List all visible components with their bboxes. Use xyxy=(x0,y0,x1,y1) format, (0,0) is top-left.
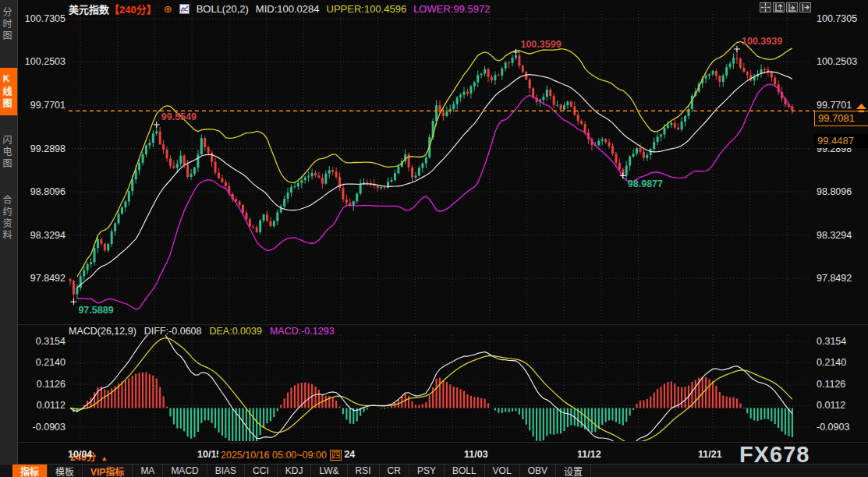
svg-text:99.5549: 99.5549 xyxy=(161,111,197,122)
add-indicator-icon[interactable]: ⊕ xyxy=(164,4,172,14)
toolbar-button-macd[interactable]: MACD xyxy=(163,465,207,477)
macd-scale-label-right: -0.0903 xyxy=(817,422,849,433)
y-axis-label-right: 98.3294 xyxy=(817,230,852,241)
symbol-name: 美元指数 xyxy=(69,2,109,16)
toolbar-button-psy[interactable]: PSY xyxy=(409,465,445,477)
macd-scale-label: 0.2140 xyxy=(19,357,66,368)
secondary-price-box: 99.4487 xyxy=(814,134,868,148)
toolbar-button-cr[interactable]: CR xyxy=(380,465,409,477)
y-axis-label-right: 98.8096 xyxy=(817,186,852,197)
price-alert-arrow-icon[interactable] xyxy=(856,102,866,116)
toolbar-button-bias[interactable]: BIAS xyxy=(207,465,245,477)
svg-text:100.3599: 100.3599 xyxy=(520,39,561,50)
chart-canvas[interactable]: 99.5549100.3599100.393998.987797.5889 xyxy=(0,0,868,477)
fit-vertical-axis-icon[interactable] xyxy=(773,2,785,12)
x-axis-label: 11/21 xyxy=(698,449,722,460)
x-axis-label: 10/04 xyxy=(68,449,92,460)
macd-dea-value: DEA:0.0039 xyxy=(209,326,261,337)
macd-scale-label: 0.0112 xyxy=(19,400,66,411)
y-axis-label: 100.7305 xyxy=(19,13,66,24)
macd-bar-value: MACD:-0.1293 xyxy=(270,326,335,337)
toolbar-button-obv[interactable]: OBV xyxy=(520,465,556,477)
move-crosshair-icon[interactable] xyxy=(760,2,771,12)
y-axis-label: 98.3294 xyxy=(19,230,66,241)
macd-scale-label: 0.1126 xyxy=(19,379,66,390)
svg-text:97.5889: 97.5889 xyxy=(78,305,113,316)
y-axis-label-right: 100.2503 xyxy=(817,56,857,67)
chart-thumbnail-icon[interactable] xyxy=(179,4,190,14)
svg-text:100.3939: 100.3939 xyxy=(742,36,782,47)
toolbar-button-settings[interactable]: 设置 xyxy=(556,465,591,477)
period-tag: 【240分】 xyxy=(109,2,157,16)
toolbar-button-kdj[interactable]: KDJ xyxy=(278,465,312,477)
macd-scale-label-right: 0.2140 xyxy=(817,357,846,368)
toolbar-button-indicator[interactable]: 指标 xyxy=(12,465,48,477)
fit-horizontal-axis-icon[interactable] xyxy=(786,2,798,12)
chart-tool-buttons xyxy=(760,2,811,12)
y-axis-label: 98.8096 xyxy=(19,186,66,197)
boll-indicator-label: BOLL(20,2) xyxy=(197,3,249,15)
boll-mid-value: MID:100.0284 xyxy=(256,3,320,15)
x-axis-label: 11/03 xyxy=(464,449,488,460)
toolbar-button-cci[interactable]: CCI xyxy=(245,465,278,477)
toolbar-button-vol[interactable]: VOL xyxy=(485,465,520,477)
sidebar-tab-contract-info[interactable]: 合约资料 xyxy=(0,189,17,247)
toolbar-button-vip-indicator[interactable]: VIP指标 xyxy=(83,465,133,477)
y-axis-label: 97.8492 xyxy=(19,273,66,284)
y-axis-label: 99.2898 xyxy=(19,143,66,154)
indicator-toolbar: 指标 模板 VIP指标 MA MACD BIAS CCI KDJ LW& RSI… xyxy=(0,464,868,477)
scroll-to-latest-icon[interactable] xyxy=(799,2,811,12)
left-sidebar: 分时图 K线图 闪电图 合约资料 xyxy=(0,0,18,477)
time-axis: 240分▲ 10/04 10/15 10/24 11/03 11/12 11/2… xyxy=(0,443,868,463)
macd-scale-label-right: 0.0112 xyxy=(817,400,845,411)
toolbar-button-template[interactable]: 模板 xyxy=(48,465,83,477)
crosshair-date-tooltip: 2025/10/16 05:00~09:00四 xyxy=(218,448,344,461)
sidebar-tab-time-chart[interactable]: 分时图 xyxy=(0,2,17,48)
boll-upper-value: UPPER:100.4596 xyxy=(327,3,407,15)
y-axis-label-right: 99.7701 xyxy=(817,100,852,111)
macd-header: MACD(26,12,9) DIFF:-0.0608 DEA:0.0039 MA… xyxy=(69,326,335,337)
macd-scale-label: -0.0903 xyxy=(19,422,66,433)
toolbar-button-rsi[interactable]: RSI xyxy=(348,465,380,477)
svg-text:98.9877: 98.9877 xyxy=(628,178,663,189)
sidebar-tab-lightning-chart[interactable]: 闪电图 xyxy=(0,129,17,175)
macd-scale-label-right: 0.1126 xyxy=(817,379,845,390)
macd-scale-label-right: 0.3154 xyxy=(817,336,846,347)
y-axis-label: 99.7701 xyxy=(19,100,66,111)
chevron-up-icon: ▲ xyxy=(101,454,108,462)
toolbar-button-ma[interactable]: MA xyxy=(133,465,163,477)
y-axis-label-right: 100.7305 xyxy=(817,13,857,24)
x-axis-label: 11/12 xyxy=(577,449,601,460)
y-axis-label: 100.2503 xyxy=(19,56,66,67)
macd-indicator-label: MACD(26,12,9) xyxy=(69,326,136,337)
weekday-badge: 四 xyxy=(330,450,342,461)
sidebar-tab-kline-chart[interactable]: K线图 xyxy=(0,68,17,115)
y-axis-label-right: 97.8492 xyxy=(817,273,852,284)
toolbar-button-lw[interactable]: LW& xyxy=(311,465,347,477)
toolbar-button-boll[interactable]: BOLL xyxy=(445,465,485,477)
boll-lower-value: LOWER:99.5972 xyxy=(413,3,490,15)
macd-scale-label: 0.3154 xyxy=(19,336,66,347)
macd-diff-value: DIFF:-0.0608 xyxy=(144,326,202,337)
chart-header: 美元指数【240分】 ⊕ BOLL(20,2) MID:100.0284 UPP… xyxy=(69,3,490,15)
